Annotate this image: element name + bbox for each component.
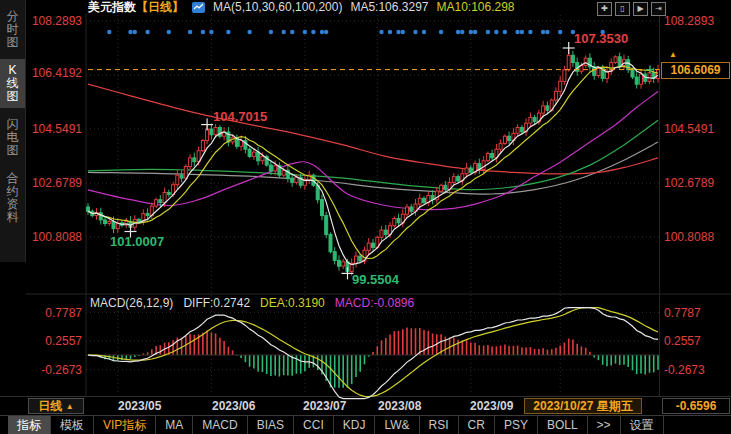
sidebar: 分时图 K线图 闪电图 合约资料 bbox=[0, 0, 26, 262]
ma10-value: MA10:106.298 bbox=[436, 0, 514, 14]
price-tick-left: 106.4192 bbox=[24, 66, 82, 80]
tab-cci[interactable]: CCI bbox=[294, 416, 334, 434]
tab-settings[interactable]: 设置 bbox=[621, 416, 664, 434]
tab-more[interactable]: >> bbox=[588, 416, 621, 434]
annotation-low-jul: 99.5504 bbox=[352, 272, 399, 287]
period-tag: 【日线】 bbox=[136, 0, 184, 14]
date-tick: 2023/08 bbox=[378, 399, 421, 413]
price-tick-right: 104.5491 bbox=[664, 122, 728, 136]
sidebar-item-contract-info[interactable]: 合约资料 bbox=[0, 167, 25, 229]
tab-template[interactable]: 模板 bbox=[51, 416, 94, 434]
price-tick-right: 102.6789 bbox=[664, 176, 728, 190]
macd-header: MACD(26,12,9) DIFF:0.2742 DEA:0.3190 MAC… bbox=[90, 296, 414, 310]
date-tick: 2023/07 bbox=[303, 399, 346, 413]
indicator-toolbar: 指标 模板 VIP指标 MA MACD BIAS CCI KDJ LW& RSI… bbox=[0, 415, 731, 434]
annotation-low-may: 101.0007 bbox=[110, 234, 164, 249]
tab-bias[interactable]: BIAS bbox=[248, 416, 294, 434]
macd-dea-value: DEA:0.3190 bbox=[260, 296, 325, 310]
price-tick-right: 100.8088 bbox=[664, 230, 728, 244]
date-tick: 2023/06 bbox=[212, 399, 255, 413]
price-tick-left: 100.8088 bbox=[24, 230, 82, 244]
chart-tool-icons: ✚ ▯ ▶ ⇥ bbox=[597, 2, 666, 16]
current-date-badge: 2023/10/27 星期五 bbox=[524, 398, 642, 414]
sidebar-item-lightning-chart[interactable]: 闪电图 bbox=[0, 113, 25, 162]
scroll-right-icon[interactable]: ▶ bbox=[633, 2, 648, 16]
price-tick-left: 104.5491 bbox=[24, 122, 82, 136]
macd-value: MACD:-0.0896 bbox=[335, 296, 414, 310]
annotation-high-oct: 107.3530 bbox=[574, 31, 628, 46]
tab-indicator[interactable]: 指标 bbox=[8, 416, 51, 434]
current-price-badge: 106.6069 bbox=[661, 62, 730, 79]
price-tick-left: 108.2893 bbox=[24, 14, 82, 28]
tab-rsi[interactable]: RSI bbox=[420, 416, 459, 434]
price-tick-right: 108.2893 bbox=[664, 14, 728, 28]
date-tick: 2023/05 bbox=[118, 399, 161, 413]
sidebar-item-kline-chart[interactable]: K线图 bbox=[0, 59, 25, 108]
tab-cr[interactable]: CR bbox=[459, 416, 495, 434]
macd-tick-right: 0.7787 bbox=[664, 306, 728, 320]
time-axis-row: 日线 ▲ 2023/05 2023/06 2023/07 2023/08 202… bbox=[0, 398, 731, 414]
ma-params-label: MA(5,10,30,60,100,200) bbox=[213, 0, 342, 14]
macd-params-label: MACD(26,12,9) bbox=[90, 296, 173, 310]
macd-tick-right: -0.2673 bbox=[664, 363, 728, 377]
price-up-arrow-icon: ▲ bbox=[669, 51, 677, 59]
chart-header: 美元指数【日线】 MA(5,10,30,60,100,200) MA5:106.… bbox=[88, 0, 515, 14]
symbol-title: 美元指数 bbox=[88, 0, 136, 14]
sidebar-item-time-chart[interactable]: 分时图 bbox=[0, 5, 25, 54]
macd-diff-value: DIFF:0.2742 bbox=[183, 296, 250, 310]
macd-tick-left: 0.7787 bbox=[24, 306, 82, 320]
macd-tick-left: -0.2673 bbox=[24, 363, 82, 377]
macd-bottom-tick-badge: -0.6596 bbox=[662, 398, 730, 414]
tab-boll[interactable]: BOLL bbox=[538, 416, 588, 434]
main-chart-canvas[interactable] bbox=[0, 0, 731, 434]
trading-app-window: 分时图 K线图 闪电图 合约资料 美元指数【日线】 MA(5,10,30,60,… bbox=[0, 0, 731, 434]
kline-chart-icon bbox=[192, 2, 205, 13]
price-tick-left: 102.6789 bbox=[24, 176, 82, 190]
tab-ma[interactable]: MA bbox=[156, 416, 193, 434]
date-tick: 2023/09 bbox=[470, 399, 513, 413]
period-selector[interactable]: 日线 ▲ bbox=[28, 398, 84, 414]
chevron-up-icon: ▲ bbox=[66, 402, 74, 411]
tab-psy[interactable]: PSY bbox=[495, 416, 538, 434]
ma5-value: MA5:106.3297 bbox=[350, 0, 428, 14]
macd-tick-right: 0.2557 bbox=[664, 334, 728, 348]
tab-lwr[interactable]: LW& bbox=[375, 416, 419, 434]
annotation-high-may: 104.7015 bbox=[213, 109, 267, 124]
tab-kdj[interactable]: KDJ bbox=[334, 416, 376, 434]
tab-vip-indicator[interactable]: VIP指标 bbox=[94, 416, 156, 434]
macd-tick-left: 0.2557 bbox=[24, 334, 82, 348]
axis-range-icon[interactable]: ▯ bbox=[615, 2, 630, 16]
tab-macd[interactable]: MACD bbox=[193, 416, 247, 434]
crosshair-icon[interactable]: ✚ bbox=[597, 2, 612, 16]
